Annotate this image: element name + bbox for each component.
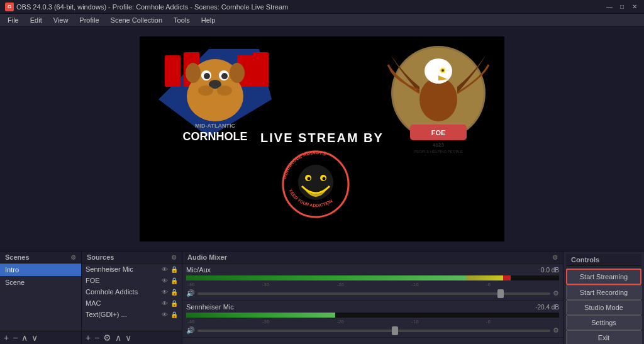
preview-canvas: MID-ATLANTIC CORNHOLE LIVE STREAM BY — [140, 36, 504, 241]
svg-point-37 — [323, 177, 326, 180]
close-button[interactable]: ✕ — [630, 3, 639, 11]
mixer-bar-red — [503, 275, 511, 280]
source-item[interactable]: FOE 👁 🔒 — [82, 275, 182, 286]
menu-item-tools[interactable]: Tools — [169, 14, 195, 26]
menu-bar: FileEditViewProfileScene CollectionTools… — [0, 14, 644, 26]
scenes-add-button[interactable]: + — [4, 333, 9, 342]
menu-item-edit[interactable]: Edit — [25, 14, 47, 26]
sources-header: Sources ⚙ — [82, 252, 182, 264]
svg-text:LIVE STREAM BY: LIVE STREAM BY — [260, 131, 384, 145]
controls-buttons: Start StreamingStart RecordingStudio Mod… — [566, 269, 641, 344]
mixer-fader-thumb — [497, 289, 504, 298]
title-text: OBS 24.0.3 (64-bit, windows) - Profile: … — [16, 3, 288, 11]
lock-icon[interactable]: 🔒 — [170, 277, 178, 284]
mixer-volume-icon[interactable]: 🔊 — [186, 326, 195, 335]
mixer-controls-row: 🔊 ⚙ — [186, 289, 559, 297]
source-label: FOE — [86, 277, 100, 284]
source-icons: 👁 🔒 — [162, 266, 178, 273]
svg-text:MID-ATLANTIC: MID-ATLANTIC — [195, 123, 235, 129]
sources-add-button[interactable]: + — [86, 333, 91, 342]
lock-icon[interactable]: 🔒 — [170, 266, 178, 273]
scenes-list: IntroScene — [0, 264, 81, 289]
menu-item-help[interactable]: Help — [196, 14, 221, 26]
mixer-fader[interactable] — [197, 330, 550, 332]
settings-button[interactable]: Settings — [566, 315, 641, 330]
mixer-fader-thumb — [392, 326, 398, 335]
svg-point-22 — [419, 77, 457, 121]
mixer-gear-icon[interactable]: ⚙ — [553, 326, 559, 335]
maximize-button[interactable]: □ — [618, 3, 626, 11]
scene-item[interactable]: Scene — [0, 276, 81, 289]
lock-icon[interactable]: 🔒 — [170, 311, 178, 318]
svg-point-16 — [217, 86, 232, 96]
svg-text:CORNHOLE: CORNHOLE — [183, 130, 248, 143]
eye-icon[interactable]: 👁 — [162, 311, 168, 318]
svg-point-9 — [230, 63, 245, 83]
mixer-bar-green — [186, 313, 335, 318]
mixer-panel: Audio Mixer ⚙ Mic/Aux 0.0 dB -46-36-26-1… — [182, 252, 564, 344]
mixer-scale: -46-36-26-16-6 — [186, 319, 559, 325]
svg-rect-5 — [253, 52, 269, 87]
lock-icon[interactable]: 🔒 — [170, 300, 178, 307]
mixer-tracks: Mic/Aux 0.0 dB -46-36-26-16-6 🔊 ⚙ Sennhe… — [182, 264, 563, 338]
obs-icon: O — [5, 3, 14, 11]
eye-icon[interactable]: 👁 — [162, 277, 168, 284]
svg-point-36 — [308, 177, 311, 180]
mixer-bar-yellow — [466, 275, 503, 280]
scenes-header: Scenes ⚙ — [0, 252, 81, 264]
minimize-button[interactable]: — — [605, 3, 614, 11]
eye-icon[interactable]: 👁 — [162, 300, 168, 307]
svg-rect-2 — [165, 55, 180, 87]
scenes-panel: Scenes ⚙ IntroScene + − ∧ ∨ — [0, 252, 82, 344]
source-item[interactable]: Sennheiser Mic 👁 🔒 — [82, 264, 182, 275]
controls-header: Controls — [566, 254, 641, 266]
scenes-up-button[interactable]: ∧ — [21, 333, 28, 342]
sources-remove-button[interactable]: − — [94, 333, 99, 342]
mixer-bar-bg — [186, 313, 559, 318]
scenes-down-button[interactable]: ∨ — [31, 333, 38, 342]
controls-panel: Controls Start StreamingStart RecordingS… — [564, 252, 644, 344]
mixer-track: Mic/Aux 0.0 dB -46-36-26-16-6 🔊 ⚙ — [182, 264, 563, 301]
sources-settings-button[interactable]: ⚙ — [103, 333, 111, 342]
menu-item-file[interactable]: File — [3, 14, 24, 26]
mixer-gear-icon[interactable]: ⚙ — [553, 289, 559, 297]
mixer-track-name: Sennheiser Mic — [186, 303, 234, 311]
sources-list: Sennheiser Mic 👁 🔒 FOE 👁 🔒 Cornhole Addi… — [82, 264, 182, 320]
mixer-scale: -46-36-26-16-6 — [186, 282, 559, 287]
sources-down-button[interactable]: ∨ — [125, 333, 131, 342]
source-icons: 👁 🔒 — [162, 311, 178, 318]
start-streaming-button[interactable]: Start Streaming — [566, 269, 641, 285]
scene-item[interactable]: Intro — [0, 264, 81, 276]
start-recording-button[interactable]: Start Recording — [566, 285, 641, 300]
preview-content: MID-ATLANTIC CORNHOLE LIVE STREAM BY — [140, 36, 504, 241]
svg-point-12 — [204, 73, 210, 79]
mixer-fader[interactable] — [197, 292, 550, 295]
source-label: MAC — [86, 299, 101, 307]
exit-button[interactable]: Exit — [566, 330, 641, 344]
eye-icon[interactable]: 👁 — [162, 266, 168, 273]
mixer-track-header: Sennheiser Mic -20.4 dB — [186, 303, 559, 311]
eye-icon[interactable]: 👁 — [162, 289, 168, 296]
source-item[interactable]: Cornhole Addicts 👁 🔒 — [82, 286, 182, 297]
window-controls: — □ ✕ — [605, 3, 639, 11]
sources-footer: + − ⚙ ∧ ∨ — [82, 331, 182, 344]
source-label: Cornhole Addicts — [86, 288, 138, 296]
source-label: Text(GDI+) ... — [86, 311, 127, 318]
studio-mode-button[interactable]: Studio Mode — [566, 300, 641, 315]
svg-text:PEOPLE HELPING PEOPLE: PEOPLE HELPING PEOPLE — [414, 150, 463, 153]
svg-point-15 — [198, 86, 213, 96]
source-item[interactable]: MAC 👁 🔒 — [82, 297, 182, 309]
scenes-remove-button[interactable]: − — [13, 333, 18, 342]
mixer-track-db: 0.0 dB — [541, 267, 559, 274]
source-item[interactable]: Text(GDI+) ... 👁 🔒 — [82, 309, 182, 320]
sources-up-button[interactable]: ∧ — [115, 333, 121, 342]
svg-point-26 — [441, 69, 444, 72]
menu-item-view[interactable]: View — [48, 14, 74, 26]
mixer-track-header: Mic/Aux 0.0 dB — [186, 266, 559, 274]
lock-icon[interactable]: 🔒 — [170, 289, 178, 296]
mixer-volume-icon[interactable]: 🔊 — [186, 289, 195, 297]
menu-item-profile[interactable]: Profile — [74, 14, 104, 26]
mixer-bar-bg — [186, 275, 559, 280]
menu-item-scene collection[interactable]: Scene Collection — [106, 14, 168, 26]
mixer-track-name: Mic/Aux — [186, 266, 211, 274]
